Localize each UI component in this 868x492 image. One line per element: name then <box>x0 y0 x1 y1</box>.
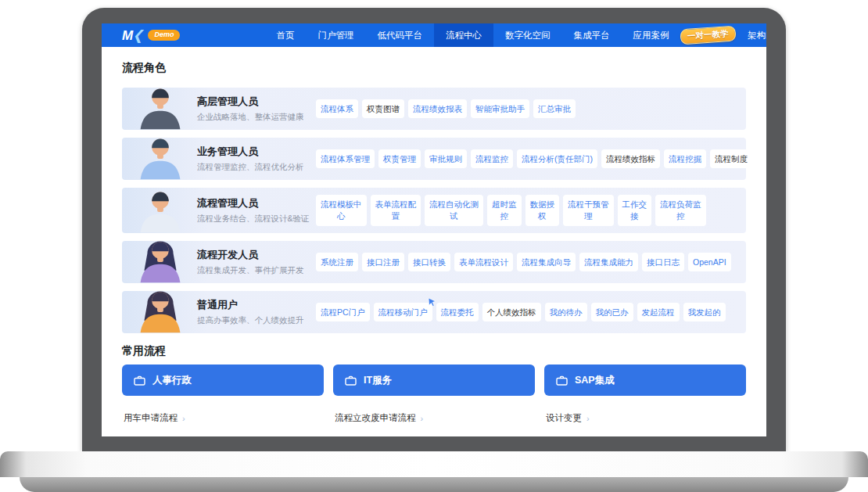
chevron-right-icon: › <box>586 414 590 423</box>
category-header[interactable]: 人事行政 <box>122 365 324 396</box>
process-tag[interactable]: 接口转换 <box>408 253 450 272</box>
role-name: 业务管理人员 <box>197 145 316 159</box>
process-tag[interactable]: 表单流程配 置 <box>371 195 421 225</box>
process-link[interactable]: 印章使用申请流程› <box>124 434 322 436</box>
process-tag[interactable]: 流程移动门户 <box>374 303 432 322</box>
role-desc: 流程管理监控、流程优化分析 <box>197 162 316 173</box>
process-tag[interactable]: 流程体系管理 <box>316 149 375 169</box>
process-tag[interactable]: 审批规则 <box>425 149 467 169</box>
process-tag[interactable]: 流程委托 <box>436 303 479 322</box>
process-tag[interactable]: 流程体系 <box>316 99 358 119</box>
process-tag[interactable]: 接口日志 <box>642 253 684 272</box>
process-tag[interactable]: 流程分析(责任部门) <box>517 149 597 169</box>
process-tag[interactable]: 接口注册 <box>362 253 404 272</box>
process-tag[interactable]: 我的已办 <box>591 303 633 322</box>
roles-list: 高层管理人员 企业战略落地、整体运营健康 流程体系权责图谱流程绩效报表智能审批助… <box>122 88 746 333</box>
role-avatar <box>127 183 194 233</box>
process-tag[interactable]: 流程集成向导 <box>517 253 576 272</box>
process-link[interactable]: 采购订单新建› <box>546 434 744 436</box>
process-tag[interactable]: 智能审批助手 <box>471 99 529 119</box>
briefcase-icon <box>134 375 145 386</box>
process-tag[interactable]: 权责管理 <box>378 149 421 169</box>
person-illustration-icon <box>127 130 194 180</box>
roles-section-title: 流程角色 <box>122 61 746 75</box>
process-tag[interactable]: 我发起的 <box>683 303 726 322</box>
app-logo[interactable]: M❮ Demo <box>122 29 180 42</box>
process-category: SAP集成 设计变更›采购订单新建› <box>544 365 746 436</box>
role-name: 普通用户 <box>197 298 316 312</box>
briefcase-icon <box>345 375 357 386</box>
process-tag[interactable]: 数据授 权 <box>525 195 560 225</box>
nav-item[interactable]: 数字化空间 <box>493 23 562 47</box>
category-items: 设计变更›采购订单新建› <box>544 396 746 436</box>
process-tag[interactable]: 流程干预管 理 <box>563 195 614 225</box>
process-tag[interactable]: 汇总审批 <box>533 99 576 119</box>
role-desc: 流程集成开发、事件扩展开发 <box>197 265 316 276</box>
briefcase-icon <box>556 375 568 386</box>
process-tag[interactable]: 流程PC门户 <box>316 303 370 322</box>
process-tag[interactable]: 流程制度 <box>710 149 752 169</box>
process-tag[interactable]: 个人绩效指标 <box>482 303 541 322</box>
role-avatar <box>127 283 194 333</box>
person-illustration-icon <box>127 233 194 283</box>
process-link[interactable]: IT设备耗材发放流程› <box>335 434 533 436</box>
process-tag[interactable]: 权责图谱 <box>362 99 404 119</box>
nav-link[interactable]: 架构图 <box>748 30 766 41</box>
process-link[interactable]: 流程立改废申请流程› <box>335 408 533 434</box>
category-items: 流程立改废申请流程›IT设备耗材发放流程› <box>333 396 535 436</box>
process-tag[interactable]: 流程监控 <box>471 149 513 169</box>
chevron-right-icon: › <box>182 414 185 423</box>
role-desc: 企业战略落地、整体运营健康 <box>197 112 316 123</box>
process-tag[interactable]: 工作交 接 <box>618 195 652 225</box>
process-tag[interactable]: 流程挖掘 <box>664 149 706 169</box>
role-row: 流程管理人员 流程业务结合、流程设计&验证 流程模板中 心表单流程配 置流程自动… <box>122 188 746 233</box>
role-name: 流程开发人员 <box>197 248 316 262</box>
laptop-base-bottom <box>20 477 848 492</box>
role-row: 流程开发人员 流程集成开发、事件扩展开发 系统注册接口注册接口转换表单流程设计流… <box>122 241 746 283</box>
process-tag[interactable]: 我的待办 <box>545 303 587 322</box>
logo-mark-icon: M❮ <box>122 29 142 42</box>
role-tags: 流程体系管理权责管理审批规则流程监控流程分析(责任部门)流程绩效指标流程挖掘流程… <box>316 149 746 169</box>
laptop-base <box>0 451 868 477</box>
process-tag[interactable]: 流程负荷监 控 <box>655 195 706 225</box>
person-illustration-icon <box>127 183 194 233</box>
category-items: 用车申请流程›印章使用申请流程› <box>122 396 324 436</box>
process-link[interactable]: 用车申请流程› <box>124 408 322 434</box>
role-desc: 提高办事效率、个人绩效提升 <box>197 315 316 326</box>
nav-item[interactable]: 门户管理 <box>306 23 365 47</box>
process-tag[interactable]: 系统注册 <box>316 253 358 272</box>
role-row: 高层管理人员 企业战略落地、整体运营健康 流程体系权责图谱流程绩效报表智能审批助… <box>122 88 746 130</box>
nav-menu: 首页门户管理低代码平台流程中心数字化空间集成平台应用案例 <box>264 23 680 47</box>
nav-right-group: 一对一教学 架构图应用帮助 <box>680 27 766 43</box>
category-header[interactable]: IT服务 <box>333 365 535 396</box>
nav-item[interactable]: 集成平台 <box>561 23 621 47</box>
process-tag[interactable]: 发起流程 <box>637 303 680 322</box>
nav-item[interactable]: 应用案例 <box>621 23 680 47</box>
process-tag[interactable]: 流程绩效指标 <box>601 149 660 169</box>
common-process-grid: 人事行政 用车申请流程›印章使用申请流程› IT服务 流程立改废申请流程›IT设… <box>122 365 746 436</box>
process-tag[interactable]: 流程绩效报表 <box>408 99 467 119</box>
process-tag[interactable]: 流程自动化测 试 <box>425 195 483 225</box>
role-row: 普通用户 提高办事效率、个人绩效提升 流程PC门户流程移动门户流程委托个人绩效指… <box>122 291 746 333</box>
role-info: 流程管理人员 流程业务结合、流程设计&验证 <box>197 196 316 224</box>
nav-item[interactable]: 低代码平台 <box>365 23 434 47</box>
nav-item[interactable]: 流程中心 <box>434 23 493 47</box>
role-info: 普通用户 提高办事效率、个人绩效提升 <box>197 298 316 326</box>
role-info: 高层管理人员 企业战略落地、整体运营健康 <box>197 95 316 123</box>
process-tag[interactable]: 超时监 控 <box>487 195 522 225</box>
role-info: 流程开发人员 流程集成开发、事件扩展开发 <box>197 248 316 276</box>
role-name: 高层管理人员 <box>197 95 316 109</box>
process-tag[interactable]: OpenAPI <box>688 253 731 272</box>
role-avatar <box>127 130 194 180</box>
process-category: IT服务 流程立改废申请流程›IT设备耗材发放流程› <box>333 365 535 436</box>
process-tag[interactable]: 表单流程设计 <box>454 253 513 272</box>
promo-sticker[interactable]: 一对一教学 <box>680 26 737 45</box>
common-section-title: 常用流程 <box>122 344 746 358</box>
nav-item[interactable]: 首页 <box>264 23 306 47</box>
process-tag[interactable]: 流程集成能力 <box>579 253 638 272</box>
category-header[interactable]: SAP集成 <box>544 365 746 396</box>
role-avatar <box>127 80 194 130</box>
role-tags: 流程体系权责图谱流程绩效报表智能审批助手汇总审批 <box>316 99 746 119</box>
process-link[interactable]: 设计变更› <box>546 408 744 434</box>
process-tag[interactable]: 流程模板中 心 <box>316 195 367 225</box>
